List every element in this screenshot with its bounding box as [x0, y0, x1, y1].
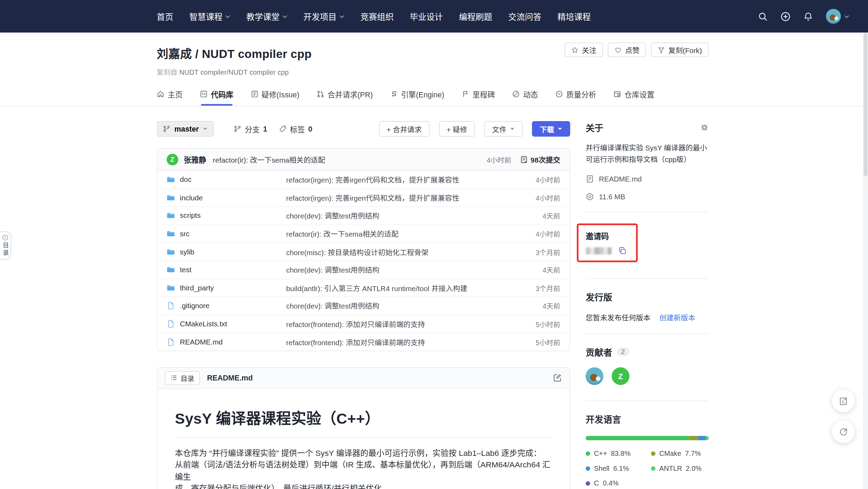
tab-issues[interactable]: 疑修(Issue) [250, 89, 299, 106]
folder-icon [167, 266, 175, 274]
search-icon[interactable] [758, 11, 768, 21]
tab-repo-settings[interactable]: 仓库设置 [613, 89, 654, 106]
language-bar-segment [698, 436, 706, 440]
row-commit-message[interactable]: refactor(irgen): 完善irgen代码和文档，提升扩展兼容性 [286, 175, 459, 185]
toc-side-tab[interactable]: 目录 [0, 231, 11, 259]
toc-button[interactable]: 目录 [165, 371, 200, 385]
latest-commit-row: Z 张雅静 refactor(ir): 改一下sema相关的适配 4小时前 98… [157, 149, 570, 170]
language-legend-item: ANTLR2.0% [651, 465, 702, 472]
file-link[interactable]: doc [167, 176, 286, 184]
fork-button[interactable]: 复刻(Fork) [651, 43, 708, 57]
row-commit-message[interactable]: refactor(irgen): 完善irgen代码和文档，提升扩展兼容性 [286, 192, 459, 203]
file-link[interactable]: CMakeLists.txt [167, 320, 286, 328]
row-commit-message[interactable]: chore(dev): 调整test用例结构 [286, 265, 379, 275]
committer-name[interactable]: 张雅静 [184, 154, 206, 165]
star-button[interactable]: 点赞 [608, 43, 646, 57]
user-avatar[interactable] [826, 9, 841, 24]
feedback-fab[interactable] [832, 390, 855, 412]
divider [586, 212, 709, 213]
bell-icon[interactable] [803, 11, 814, 21]
fork-icon [658, 46, 665, 53]
file-link[interactable]: README.md [167, 338, 286, 346]
nav-item-teaching[interactable]: 教学课堂 [246, 10, 287, 22]
tab-milestones[interactable]: 里程碑 [461, 89, 495, 106]
copy-icon[interactable] [618, 247, 627, 255]
language-legend: C++83.8% Shell6.1% C0.4% CMake7.7% ANTLR… [586, 450, 709, 487]
repo-description: 并行编译课程实验 SysY 编译器的最小可运行示例和指导文档（cpp版） [586, 142, 709, 165]
chevron-circle-icon [2, 234, 8, 240]
watch-button[interactable]: 关注 [565, 43, 603, 57]
invite-code-blurred [586, 247, 612, 254]
nav-item-competitions[interactable]: 竞赛组织 [360, 10, 394, 22]
commit-message-link[interactable]: refactor(ir): 改一下sema相关的适配 [213, 154, 325, 164]
row-commit-time: 5小时前 [535, 319, 560, 329]
file-link[interactable]: src [167, 230, 286, 238]
nav-item-graduation-design[interactable]: 毕业设计 [410, 10, 443, 22]
file-link[interactable]: test [167, 266, 286, 274]
contributors-title: 贡献者 2 [586, 345, 709, 358]
readme-link[interactable]: README.md [586, 175, 709, 183]
file-link[interactable]: third_party [167, 284, 286, 292]
readme-h1: SysY 编译器课程实验（C++） [175, 407, 552, 438]
new-pr-button[interactable]: + 合并请求 [379, 121, 430, 136]
row-commit-message[interactable]: chore(dev): 调整test用例结构 [286, 210, 379, 221]
file-link[interactable]: scripts [167, 212, 286, 220]
row-commit-message[interactable]: build(antlr): 引入第三方 ANTLR4 runtime/tool … [286, 283, 467, 293]
plus-circle-icon[interactable] [781, 11, 791, 21]
committer-avatar[interactable]: Z [167, 154, 178, 165]
code-icon [200, 90, 207, 98]
about-title: 关于 [586, 120, 709, 134]
scrollbar-thumb[interactable] [863, 33, 867, 177]
nav-item-smart-courses[interactable]: 智慧课程 [189, 10, 230, 22]
new-issue-button[interactable]: + 疑修 [439, 121, 475, 136]
tab-engine[interactable]: 引擎(Engine) [390, 89, 444, 106]
fork-source-link[interactable]: NUDT compiler/NUDT compiler cpp [179, 69, 289, 76]
file-link[interactable]: .gitignore [167, 302, 286, 310]
tags-count[interactable]: 标签0 [279, 123, 312, 134]
language-dot [651, 451, 656, 456]
releases-title: 发行版 [586, 290, 709, 303]
gear-icon[interactable] [700, 123, 709, 132]
contributor-avatar[interactable] [586, 367, 604, 385]
language-dot [586, 481, 590, 486]
branch-icon [163, 125, 170, 133]
branch-selector[interactable]: master [157, 121, 214, 136]
star-icon [571, 46, 579, 53]
file-link[interactable]: include [167, 194, 286, 202]
chevron-down-icon [282, 15, 287, 18]
row-commit-message[interactable]: refactor(ir): 改一下sema相关的适配 [286, 229, 399, 239]
language-legend-item: C0.4% [586, 480, 651, 487]
row-commit-message[interactable]: refactor(frontend): 添加对只编译前端的支持 [286, 319, 425, 329]
nav-item-dev-projects[interactable]: 开发项目 [304, 10, 344, 22]
nav-menu: 首页 智慧课程 教学课堂 开发项目 竞赛组织 毕业设计 编程刷题 交流问答 精培… [157, 10, 591, 22]
create-release-link[interactable]: 创建新版本 [659, 312, 695, 323]
tab-code[interactable]: 代码库 [200, 89, 233, 106]
file-link[interactable]: sylib [167, 247, 286, 256]
contributor-avatar[interactable]: Z [612, 367, 629, 385]
row-commit-message[interactable]: chore(dev): 调整test用例结构 [286, 301, 379, 311]
commits-count-link[interactable]: 98次提交 [519, 154, 560, 164]
row-commit-message[interactable]: refactor(frontend): 添加对只编译前端的支持 [286, 337, 425, 347]
tab-home[interactable]: 主页 [157, 89, 183, 106]
nav-item-coding-practice[interactable]: 编程刷题 [459, 10, 492, 22]
scrollbar[interactable] [863, 33, 868, 489]
row-commit-message[interactable]: chore(misc): 按目录结构设计初始化工程骨架 [286, 246, 428, 257]
language-legend-item: Shell6.1% [586, 465, 651, 472]
tab-quality-analysis[interactable]: 质量分析 [555, 89, 596, 106]
download-button[interactable]: 下载 [532, 121, 570, 136]
history-icon [519, 155, 528, 164]
branches-count[interactable]: 分支1 [234, 123, 267, 134]
nav-item-qa[interactable]: 交流问答 [508, 10, 541, 22]
engine-icon [390, 90, 398, 98]
nav-right-cluster [758, 9, 849, 24]
edit-icon[interactable] [553, 373, 562, 382]
language-legend-item: CMake7.7% [651, 450, 702, 457]
language-dot [586, 451, 590, 456]
nav-item-training-courses[interactable]: 精培课程 [557, 10, 591, 22]
tab-activity[interactable]: 动态 [512, 89, 538, 106]
language-dot [651, 466, 656, 471]
nav-item-home[interactable]: 首页 [157, 10, 174, 22]
file-menu-button[interactable]: 文件 [484, 121, 523, 136]
share-fab[interactable] [832, 420, 855, 443]
tab-pull-requests[interactable]: 合并请求(PR) [316, 89, 373, 106]
